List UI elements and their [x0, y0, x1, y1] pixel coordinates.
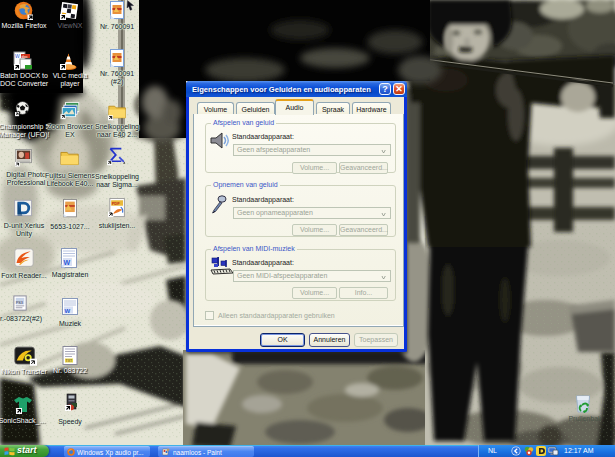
svg-text:W: W [15, 53, 20, 59]
svg-text:W: W [65, 308, 71, 314]
svg-text:W: W [64, 259, 71, 266]
svg-text:PDF: PDF [112, 201, 121, 206]
svg-text:PS3: PS3 [16, 301, 23, 305]
svg-text:TXT: TXT [66, 359, 73, 363]
svg-text:doc: doc [22, 54, 28, 59]
